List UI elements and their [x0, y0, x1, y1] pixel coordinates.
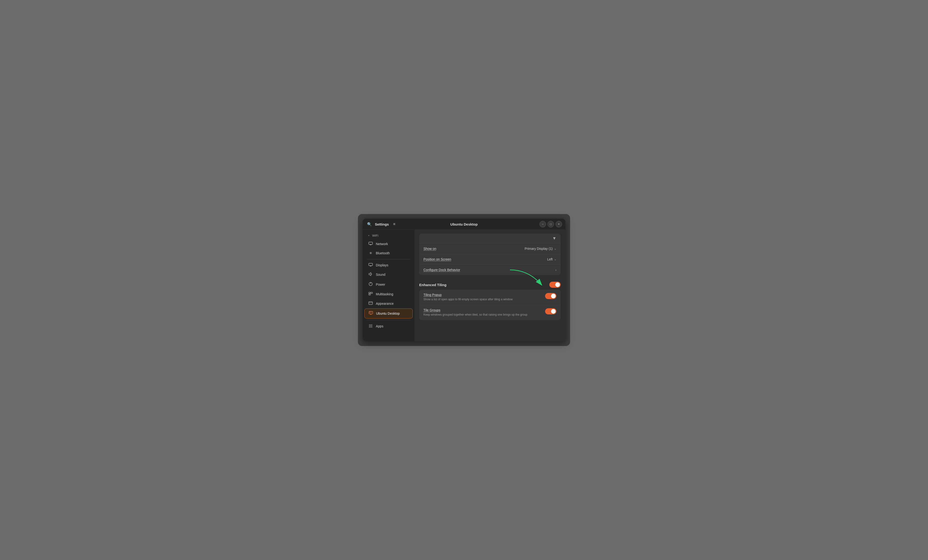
desktop: 🔍 Settings ≡ Ubuntu Desktop − □ × • WiFi: [358, 214, 570, 346]
svg-rect-3: [369, 263, 372, 266]
minimize-button[interactable]: −: [539, 221, 546, 227]
svg-rect-11: [369, 294, 370, 295]
settings-title: Settings: [375, 222, 389, 226]
sidebar: • WiFi Network ✳ Bluetooth: [363, 230, 415, 341]
sidebar-item-wifi[interactable]: • WiFi: [365, 232, 413, 239]
sidebar-item-ubuntu-desktop[interactable]: Ubuntu Desktop: [365, 308, 413, 319]
svg-marker-6: [369, 272, 371, 276]
position-value: Left: [547, 257, 553, 261]
window: 🔍 Settings ≡ Ubuntu Desktop − □ × • WiFi: [363, 219, 565, 341]
sidebar-network-label: Network: [376, 242, 388, 246]
enhanced-tiling-section: Enhanced Tiling: [419, 279, 561, 320]
close-button[interactable]: ×: [556, 221, 562, 227]
sidebar-item-sound[interactable]: Sound: [365, 270, 413, 279]
show-on-row[interactable]: Show on Primary Display (1) ⌄: [419, 243, 561, 254]
power-icon: [368, 282, 373, 287]
tile-groups-row[interactable]: Tile Groups Keep windows grouped togethe…: [419, 305, 561, 320]
search-button[interactable]: 🔍: [366, 221, 373, 228]
svg-point-27: [370, 327, 371, 328]
svg-point-21: [370, 325, 371, 325]
main-content: ▼ Show on Primary Display (1) ⌄ Position…: [415, 230, 565, 341]
show-on-arrow: ⌄: [554, 247, 556, 250]
enhanced-tiling-toggle-container: [549, 282, 561, 288]
top-value-row: ▼: [419, 233, 561, 243]
enhanced-tiling-header: Enhanced Tiling: [419, 279, 561, 290]
tiling-popup-text: Tiling Popup Show a list of open apps to…: [423, 293, 513, 301]
dock-settings-group: ▼ Show on Primary Display (1) ⌄ Position…: [419, 233, 561, 275]
svg-rect-0: [369, 242, 372, 244]
sidebar-item-displays[interactable]: Displays: [365, 261, 413, 270]
sidebar-ubuntu-desktop-label: Ubuntu Desktop: [376, 311, 400, 315]
position-label: Position on Screen: [423, 257, 451, 261]
svg-rect-17: [369, 312, 371, 313]
tiling-popup-desc: Show a list of open apps to fill empty s…: [423, 298, 513, 301]
displays-icon: [368, 263, 373, 267]
titlebar-left: 🔍 Settings ≡: [366, 221, 408, 228]
position-arrow: ⌄: [554, 258, 556, 261]
tiling-popup-toggle[interactable]: [545, 293, 556, 299]
network-icon: [368, 242, 373, 246]
sidebar-item-network[interactable]: Network: [365, 240, 413, 249]
svg-point-25: [372, 326, 372, 327]
sidebar-item-bluetooth[interactable]: ✳ Bluetooth: [365, 249, 413, 258]
sidebar-item-multitasking[interactable]: Multitasking: [365, 290, 413, 299]
window-controls: − □ ×: [520, 221, 562, 227]
tile-groups-toggle[interactable]: [545, 308, 556, 314]
tiling-sub-group: Tiling Popup Show a list of open apps to…: [419, 290, 561, 320]
sidebar-item-appearance[interactable]: Appearance: [365, 299, 413, 308]
maximize-button[interactable]: □: [548, 221, 554, 227]
configure-dock-chevron: ›: [555, 268, 556, 272]
enhanced-tiling-toggle[interactable]: [549, 282, 561, 288]
show-on-value-container: Primary Display (1) ⌄: [525, 247, 556, 250]
wifi-dot: •: [368, 234, 369, 237]
sidebar-sound-label: Sound: [376, 273, 385, 276]
bluetooth-icon: ✳: [368, 251, 373, 255]
svg-point-20: [369, 325, 370, 325]
svg-rect-10: [371, 292, 372, 293]
enhanced-tiling-label: Enhanced Tiling: [419, 283, 447, 287]
sidebar-apps-label: Apps: [376, 324, 383, 328]
appearance-icon: [368, 301, 373, 306]
apps-icon: [368, 324, 373, 328]
tiling-popup-title: Tiling Popup: [423, 293, 513, 297]
sidebar-separator-2: [366, 320, 411, 320]
svg-point-22: [372, 325, 372, 325]
sidebar-multitasking-label: Multitasking: [376, 292, 393, 296]
sidebar-bluetooth-label: Bluetooth: [376, 251, 390, 255]
svg-point-26: [369, 327, 370, 328]
tile-groups-title: Tile Groups: [423, 308, 527, 312]
tiling-popup-row[interactable]: Tiling Popup Show a list of open apps to…: [419, 290, 561, 305]
show-on-value: Primary Display (1): [525, 247, 553, 250]
configure-dock-label: Configure Dock Behavior: [423, 268, 460, 272]
position-row[interactable]: Position on Screen Left ⌄: [419, 254, 561, 265]
sidebar-power-label: Power: [376, 282, 385, 286]
window-title: Ubuntu Desktop: [408, 222, 520, 226]
svg-rect-9: [369, 292, 370, 293]
tile-groups-desc: Keep windows grouped together when tiled…: [423, 313, 527, 317]
configure-dock-row[interactable]: Configure Dock Behavior ›: [419, 265, 561, 275]
top-triangle-icon: ▼: [552, 236, 556, 241]
menu-button[interactable]: ≡: [391, 221, 398, 228]
sidebar-wifi-label: WiFi: [372, 234, 379, 237]
show-on-label: Show on: [423, 247, 436, 250]
position-value-container: Left ⌄: [547, 257, 556, 261]
sidebar-arrow-annotation: [415, 305, 419, 334]
svg-point-23: [369, 326, 370, 327]
ubuntu-desktop-icon: [368, 311, 373, 316]
tile-groups-text: Tile Groups Keep windows grouped togethe…: [423, 308, 527, 317]
sidebar-item-power[interactable]: Power: [365, 279, 413, 290]
svg-rect-12: [369, 302, 372, 305]
sound-icon: [368, 272, 373, 277]
content-area: • WiFi Network ✳ Bluetooth: [363, 230, 565, 341]
sidebar-displays-label: Displays: [376, 263, 388, 267]
sidebar-item-apps[interactable]: Apps: [365, 322, 413, 331]
svg-point-24: [370, 326, 371, 327]
multitasking-icon: [368, 292, 373, 296]
sidebar-appearance-label: Appearance: [376, 302, 394, 305]
svg-point-28: [372, 327, 372, 328]
